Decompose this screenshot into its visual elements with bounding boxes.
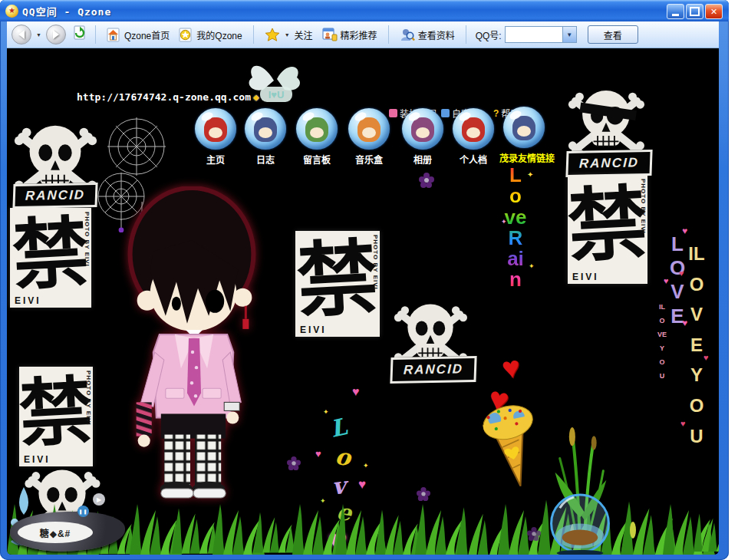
love-rain-decoration: LoveRain ✦ ✦ ✦ (504, 165, 535, 303)
my-qzone-label: 我的Qzone (196, 28, 242, 41)
nav-item-photo-album[interactable]: 相册 (398, 108, 447, 166)
desktop: ★ QQ空间 - Qzone ✕ ▼ Qzone (0, 0, 738, 560)
bubble-face (517, 126, 531, 137)
maximize-button[interactable] (686, 4, 703, 19)
view-button[interactable]: 查看 (588, 25, 638, 44)
bubble-face (466, 127, 480, 138)
combobox-dropdown-icon[interactable]: ▼ (562, 27, 576, 42)
nav-bubble-friend-links[interactable] (503, 107, 545, 148)
separator (388, 25, 389, 44)
back-button[interactable] (12, 25, 31, 44)
heart-icon: ♥ (352, 386, 360, 398)
iloveyou-small-decoration: ILOVEYOU (657, 300, 667, 383)
qzone-home-button[interactable]: Qzone首页 (104, 26, 173, 44)
sparkle-icon: ✦ (527, 171, 533, 179)
bubble-face (209, 127, 222, 138)
heart-icon: ♥ (664, 277, 669, 285)
follow-star-icon (265, 28, 280, 41)
music-ticker-text: 糖◆&# (18, 522, 93, 543)
nav-label-friend-links[interactable]: 茂录友情链接 (499, 151, 549, 164)
view-profile-icon (400, 28, 415, 42)
separator (253, 25, 254, 44)
heart-icon: ♥ (680, 420, 686, 428)
play-button[interactable]: ▶ (93, 493, 105, 506)
bubble-face (310, 127, 324, 138)
sparkle-icon: ✦ (501, 219, 507, 226)
window-title: QQ空间 - Qzone (22, 4, 111, 18)
ban-stamp: 禁 PHOTO BY EIVI EIVI (10, 208, 91, 308)
back-icon (14, 30, 25, 39)
qzone-window: ★ QQ空间 - Qzone ✕ ▼ Qzone (0, 0, 729, 560)
back-dropdown-icon[interactable]: ▼ (36, 32, 41, 38)
qzone-logo-icon: ★ (5, 5, 18, 18)
heart-icon: ♥ (358, 478, 366, 491)
iloveyou-vertical-decoration: ILOVEYOU ♥ ♥ ♥ (685, 239, 708, 451)
nav-bubble-home[interactable] (195, 108, 236, 150)
flower-decoration (527, 527, 541, 541)
nav-label-photo-album[interactable]: 相册 (398, 153, 447, 166)
nav-label-profile[interactable]: 个人档 (449, 153, 498, 166)
nav-item-friend-links[interactable]: 茂录友情链接 (499, 107, 549, 164)
view-profile-label: 查看资料 (418, 28, 455, 41)
qzone-page: http://17674742.q-zone.qq.com◆ I♥U 装扮空间 … (7, 48, 719, 555)
qzone-home-label: Qzone首页 (124, 28, 170, 41)
nav-bubble-message-board[interactable] (296, 108, 338, 150)
nav-bubble-profile[interactable] (453, 108, 494, 150)
music-ticker-widget[interactable]: 糖◆&# (10, 512, 125, 552)
nav-label-music-box[interactable]: 音乐盒 (344, 153, 394, 166)
title-bar: ★ QQ空间 - Qzone ✕ (0, 0, 729, 21)
my-qzone-button[interactable]: 我的Qzone (176, 26, 245, 44)
view-button-label: 查看 (604, 28, 622, 41)
close-icon: ✕ (710, 8, 717, 16)
nav-label-blog[interactable]: 日志 (241, 153, 290, 166)
heart-icon: ♥ (682, 226, 687, 236)
plant-vase-decoration (549, 424, 611, 555)
minimize-icon (672, 14, 679, 16)
my-qzone-icon (179, 28, 193, 42)
nav-label-home[interactable]: 主页 (191, 153, 240, 166)
heart-icon: ♥ (315, 449, 321, 459)
separator (95, 25, 96, 44)
svg-text:I♥U: I♥U (269, 89, 285, 100)
bubble-face (362, 127, 376, 138)
recommend-icon (322, 28, 338, 41)
gem-icon: ◆ (253, 91, 259, 103)
qq-number-value[interactable] (506, 27, 562, 42)
nav-item-message-board[interactable]: 留言板 (292, 108, 341, 166)
recommend-label: 精彩推荐 (341, 28, 377, 41)
nav-item-blog[interactable]: 日志 (241, 108, 290, 166)
pause-button[interactable]: ❚❚ (77, 506, 89, 517)
view-profile-button[interactable]: 查看资料 (397, 26, 458, 44)
nav-bubble-music-box[interactable] (348, 108, 390, 150)
forward-button[interactable] (46, 25, 66, 44)
heart-icon: ♥ (703, 354, 709, 362)
qq-number-label: QQ号: (476, 28, 502, 41)
qq-number-combobox[interactable]: ▼ (505, 26, 577, 43)
nav-item-music-box[interactable]: 音乐盒 (344, 108, 394, 166)
rancid-stamp: RANCID (12, 183, 97, 209)
ban-stamp: 禁 PHOTO BY EIVI EIVI (568, 175, 647, 284)
bubble-face (259, 127, 272, 138)
minimize-button[interactable] (667, 4, 684, 19)
nav-bubble-photo-album[interactable] (402, 108, 443, 150)
nav-item-home[interactable]: 主页 (191, 108, 240, 166)
ban-stamp: 禁 PHOTO BY EIVI EIVI (19, 367, 93, 466)
play-icon: ▶ (97, 496, 101, 503)
rancid-stamp: RANCID (565, 150, 652, 177)
refresh-button[interactable] (72, 25, 87, 44)
red-heart-icon: ♥ (499, 351, 522, 384)
heart-icon: ♥ (679, 269, 684, 278)
recommend-button[interactable]: 精彩推荐 (319, 26, 381, 43)
close-button[interactable]: ✕ (705, 4, 723, 19)
maximize-icon (690, 7, 700, 16)
emo-boy-character (114, 186, 269, 502)
nav-bubble-blog[interactable] (245, 108, 286, 150)
refresh-icon (72, 25, 87, 41)
qzone-url: http://17674742.q-zone.qq.com◆ (77, 91, 259, 103)
flower-decoration (419, 173, 434, 188)
pause-icon: ❚❚ (78, 509, 87, 514)
follow-dropdown-icon: ▼ (285, 32, 290, 38)
nav-label-message-board[interactable]: 留言板 (292, 153, 341, 166)
follow-button[interactable]: ▼ 关注 (262, 26, 316, 43)
nav-item-profile[interactable]: 个人档 (449, 108, 498, 166)
